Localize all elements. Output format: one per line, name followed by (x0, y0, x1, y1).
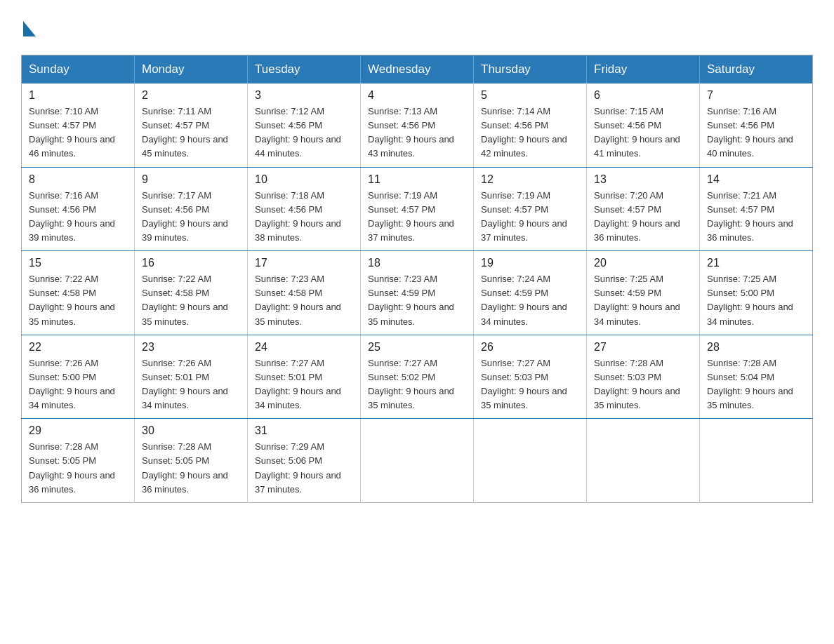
day-info: Sunrise: 7:22 AMSunset: 4:58 PMDaylight:… (142, 274, 228, 326)
day-info: Sunrise: 7:29 AMSunset: 5:06 PMDaylight:… (255, 441, 341, 494)
day-info: Sunrise: 7:19 AMSunset: 4:57 PMDaylight:… (481, 190, 567, 243)
day-cell: 14 Sunrise: 7:21 AMSunset: 4:57 PMDaylig… (700, 167, 813, 251)
day-info: Sunrise: 7:22 AMSunset: 4:58 PMDaylight:… (29, 274, 115, 326)
header-wednesday: Wednesday (361, 55, 474, 84)
day-number: 28 (707, 341, 805, 354)
day-number: 4 (368, 89, 466, 102)
day-cell: 8 Sunrise: 7:16 AMSunset: 4:56 PMDayligh… (22, 167, 135, 251)
day-number: 20 (594, 257, 692, 269)
day-number: 23 (142, 341, 240, 354)
day-number: 26 (481, 341, 579, 354)
day-cell (474, 419, 587, 503)
day-number: 12 (481, 173, 579, 186)
day-cell: 15 Sunrise: 7:22 AMSunset: 4:58 PMDaylig… (22, 251, 135, 335)
day-cell: 19 Sunrise: 7:24 AMSunset: 4:59 PMDaylig… (474, 251, 587, 335)
day-number: 17 (255, 257, 353, 269)
day-info: Sunrise: 7:28 AMSunset: 5:04 PMDaylight:… (707, 358, 793, 410)
header-saturday: Saturday (700, 55, 813, 84)
day-cell: 17 Sunrise: 7:23 AMSunset: 4:58 PMDaylig… (248, 251, 361, 335)
day-info: Sunrise: 7:28 AMSunset: 5:05 PMDaylight:… (29, 441, 115, 494)
day-info: Sunrise: 7:15 AMSunset: 4:56 PMDaylight:… (594, 106, 680, 159)
header-friday: Friday (587, 55, 700, 84)
day-info: Sunrise: 7:23 AMSunset: 4:58 PMDaylight:… (255, 274, 341, 326)
calendar-table: SundayMondayTuesdayWednesdayThursdayFrid… (21, 55, 813, 503)
day-number: 10 (255, 173, 353, 186)
day-info: Sunrise: 7:20 AMSunset: 4:57 PMDaylight:… (594, 190, 680, 243)
day-number: 24 (255, 341, 353, 354)
day-number: 31 (255, 424, 353, 437)
day-cell: 28 Sunrise: 7:28 AMSunset: 5:04 PMDaylig… (700, 335, 813, 419)
day-info: Sunrise: 7:17 AMSunset: 4:56 PMDaylight:… (142, 190, 228, 243)
day-number: 9 (142, 173, 240, 186)
header-thursday: Thursday (474, 55, 587, 84)
day-cell (700, 419, 813, 503)
day-cell: 5 Sunrise: 7:14 AMSunset: 4:56 PMDayligh… (474, 83, 587, 167)
day-number: 5 (481, 89, 579, 102)
day-info: Sunrise: 7:26 AMSunset: 5:00 PMDaylight:… (29, 358, 115, 410)
day-info: Sunrise: 7:24 AMSunset: 4:59 PMDaylight:… (481, 274, 567, 326)
day-cell: 13 Sunrise: 7:20 AMSunset: 4:57 PMDaylig… (587, 167, 700, 251)
day-info: Sunrise: 7:12 AMSunset: 4:56 PMDaylight:… (255, 106, 341, 159)
day-cell (587, 419, 700, 503)
day-cell: 7 Sunrise: 7:16 AMSunset: 4:56 PMDayligh… (700, 83, 813, 167)
day-info: Sunrise: 7:18 AMSunset: 4:56 PMDaylight:… (255, 190, 341, 243)
day-cell: 22 Sunrise: 7:26 AMSunset: 5:00 PMDaylig… (22, 335, 135, 419)
day-info: Sunrise: 7:25 AMSunset: 5:00 PMDaylight:… (707, 274, 793, 326)
header-tuesday: Tuesday (248, 55, 361, 84)
day-cell: 31 Sunrise: 7:29 AMSunset: 5:06 PMDaylig… (248, 419, 361, 503)
day-cell: 29 Sunrise: 7:28 AMSunset: 5:05 PMDaylig… (22, 419, 135, 503)
page-header (21, 14, 813, 41)
day-cell: 6 Sunrise: 7:15 AMSunset: 4:56 PMDayligh… (587, 83, 700, 167)
day-info: Sunrise: 7:13 AMSunset: 4:56 PMDaylight:… (368, 106, 454, 159)
day-cell: 18 Sunrise: 7:23 AMSunset: 4:59 PMDaylig… (361, 251, 474, 335)
day-info: Sunrise: 7:23 AMSunset: 4:59 PMDaylight:… (368, 274, 454, 326)
day-info: Sunrise: 7:21 AMSunset: 4:57 PMDaylight:… (707, 190, 793, 243)
day-cell: 30 Sunrise: 7:28 AMSunset: 5:05 PMDaylig… (135, 419, 248, 503)
day-cell: 4 Sunrise: 7:13 AMSunset: 4:56 PMDayligh… (361, 83, 474, 167)
day-number: 3 (255, 89, 353, 102)
day-number: 29 (29, 424, 127, 437)
day-info: Sunrise: 7:27 AMSunset: 5:03 PMDaylight:… (481, 358, 567, 410)
header-row: SundayMondayTuesdayWednesdayThursdayFrid… (22, 55, 813, 84)
day-cell (361, 419, 474, 503)
day-number: 6 (594, 89, 692, 102)
day-number: 27 (594, 341, 692, 354)
day-info: Sunrise: 7:25 AMSunset: 4:59 PMDaylight:… (594, 274, 680, 326)
day-number: 1 (29, 89, 127, 102)
header-monday: Monday (135, 55, 248, 84)
day-cell: 20 Sunrise: 7:25 AMSunset: 4:59 PMDaylig… (587, 251, 700, 335)
week-row-1: 1 Sunrise: 7:10 AMSunset: 4:57 PMDayligh… (22, 83, 813, 167)
day-number: 11 (368, 173, 466, 186)
day-info: Sunrise: 7:16 AMSunset: 4:56 PMDaylight:… (707, 106, 793, 159)
day-cell: 16 Sunrise: 7:22 AMSunset: 4:58 PMDaylig… (135, 251, 248, 335)
day-number: 16 (142, 257, 240, 269)
day-number: 21 (707, 257, 805, 269)
day-cell: 27 Sunrise: 7:28 AMSunset: 5:03 PMDaylig… (587, 335, 700, 419)
day-info: Sunrise: 7:11 AMSunset: 4:57 PMDaylight:… (142, 106, 228, 159)
day-cell: 10 Sunrise: 7:18 AMSunset: 4:56 PMDaylig… (248, 167, 361, 251)
week-row-4: 22 Sunrise: 7:26 AMSunset: 5:00 PMDaylig… (22, 335, 813, 419)
header-sunday: Sunday (22, 55, 135, 84)
day-info: Sunrise: 7:14 AMSunset: 4:56 PMDaylight:… (481, 106, 567, 159)
day-number: 8 (29, 173, 127, 186)
day-number: 19 (481, 257, 579, 269)
day-info: Sunrise: 7:26 AMSunset: 5:01 PMDaylight:… (142, 358, 228, 410)
day-number: 13 (594, 173, 692, 186)
day-info: Sunrise: 7:19 AMSunset: 4:57 PMDaylight:… (368, 190, 454, 243)
day-number: 22 (29, 341, 127, 354)
week-row-3: 15 Sunrise: 7:22 AMSunset: 4:58 PMDaylig… (22, 251, 813, 335)
day-number: 7 (707, 89, 805, 102)
day-cell: 2 Sunrise: 7:11 AMSunset: 4:57 PMDayligh… (135, 83, 248, 167)
day-cell: 21 Sunrise: 7:25 AMSunset: 5:00 PMDaylig… (700, 251, 813, 335)
week-row-2: 8 Sunrise: 7:16 AMSunset: 4:56 PMDayligh… (22, 167, 813, 251)
day-cell: 26 Sunrise: 7:27 AMSunset: 5:03 PMDaylig… (474, 335, 587, 419)
day-number: 2 (142, 89, 240, 102)
day-cell: 25 Sunrise: 7:27 AMSunset: 5:02 PMDaylig… (361, 335, 474, 419)
day-info: Sunrise: 7:16 AMSunset: 4:56 PMDaylight:… (29, 190, 115, 243)
day-cell: 9 Sunrise: 7:17 AMSunset: 4:56 PMDayligh… (135, 167, 248, 251)
svg-marker-0 (23, 21, 36, 36)
day-cell: 24 Sunrise: 7:27 AMSunset: 5:01 PMDaylig… (248, 335, 361, 419)
day-info: Sunrise: 7:27 AMSunset: 5:02 PMDaylight:… (368, 358, 454, 410)
day-info: Sunrise: 7:10 AMSunset: 4:57 PMDaylight:… (29, 106, 115, 159)
day-cell: 1 Sunrise: 7:10 AMSunset: 4:57 PMDayligh… (22, 83, 135, 167)
